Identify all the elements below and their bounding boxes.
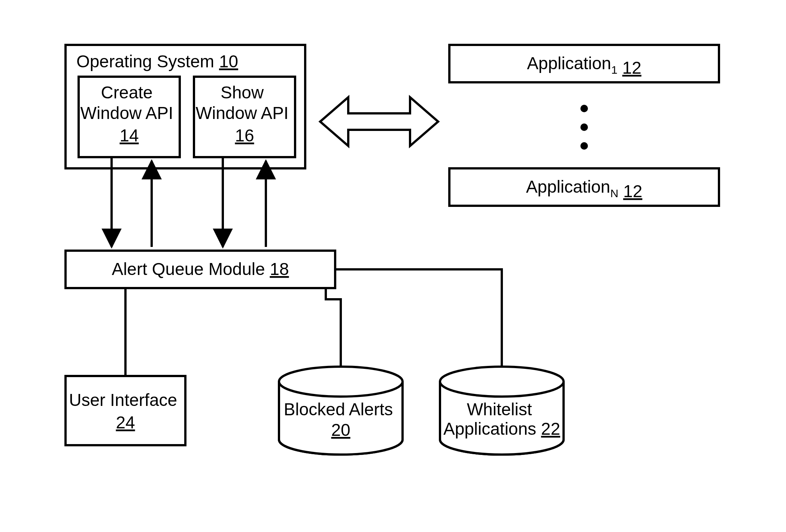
svg-point-1 <box>580 123 588 131</box>
connector-queue-to-blocked <box>326 288 341 367</box>
svg-point-2 <box>580 142 588 150</box>
ellipsis-icon <box>580 105 588 150</box>
svg-point-4 <box>279 367 403 397</box>
create-window-api-label: Create Window API 14 <box>81 83 178 145</box>
application-n-label: ApplicationN 12 <box>526 177 643 201</box>
operating-system-label: Operating System 10 <box>76 52 238 71</box>
svg-point-0 <box>580 105 588 112</box>
double-arrow-icon <box>320 97 438 146</box>
application-1-label: Application1 12 <box>527 53 641 77</box>
svg-point-6 <box>440 367 564 397</box>
diagram-canvas: Operating System 10 Create Window API 14… <box>0 0 786 532</box>
show-window-api-label: Show Window API 16 <box>196 83 294 145</box>
connector-queue-to-whitelist <box>335 269 502 367</box>
user-interface-label: User Interface 24 <box>69 390 182 432</box>
alert-queue-module-label: Alert Queue Module 18 <box>112 259 289 279</box>
user-interface-box <box>66 376 185 445</box>
